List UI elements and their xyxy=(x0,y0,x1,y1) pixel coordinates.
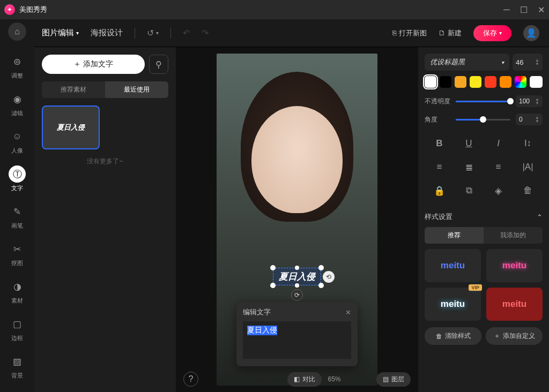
canvas-area[interactable]: 夏日入侵 ⟲ ⟳ 编辑文字 ✕ ? ◧对比 65% ▤图 xyxy=(176,47,418,392)
close-popup-button[interactable]: ✕ xyxy=(345,308,351,316)
layers-button[interactable]: ▤图层 xyxy=(376,372,411,387)
template-preview-text: 夏日入侵 xyxy=(57,123,85,132)
font-size-input[interactable]: 46▲▼ xyxy=(513,54,543,71)
color-picker[interactable] xyxy=(515,76,526,88)
chevron-down-icon: ▾ xyxy=(499,30,502,36)
chevron-down-icon: ▾ xyxy=(76,30,79,36)
color-yellow[interactable] xyxy=(470,76,481,88)
preset-style-1[interactable]: meitu xyxy=(425,249,481,282)
edit-text-input[interactable] xyxy=(243,321,351,359)
filter-button[interactable]: ⚲ xyxy=(149,55,168,74)
resize-handle-tr[interactable] xyxy=(318,265,324,270)
undo-button[interactable]: ↶ xyxy=(183,28,190,38)
color-black[interactable] xyxy=(440,76,451,88)
sidebar-item-material[interactable]: ◑素材 xyxy=(0,274,34,308)
opacity-slider[interactable] xyxy=(456,101,510,102)
opacity-value[interactable]: 100▲▼ xyxy=(516,95,543,107)
vip-badge: VIP xyxy=(469,284,482,291)
angle-slider[interactable] xyxy=(456,119,510,120)
minimize-button[interactable]: ─ xyxy=(503,6,510,13)
delete-button[interactable]: 🗑 xyxy=(513,179,543,202)
preset-style-3[interactable]: meituVIP xyxy=(425,288,481,321)
italic-button[interactable]: I xyxy=(484,132,513,155)
trash-icon: 🗑 xyxy=(523,185,532,196)
portrait-icon: ☺ xyxy=(12,131,21,142)
align-left-button[interactable]: ≡ xyxy=(425,155,454,179)
underline-button[interactable]: U xyxy=(454,132,484,155)
preset-style-2[interactable]: meitu xyxy=(486,249,543,282)
resize-handle-tl[interactable] xyxy=(270,265,276,270)
left-panel: ＋添加文字 ⚲ 推荐素材 最近使用 夏日入侵 没有更多了~ xyxy=(34,47,176,392)
edit-text-popup: 编辑文字 ✕ xyxy=(236,302,358,366)
save-button[interactable]: 保存▾ xyxy=(473,25,511,41)
zoom-level[interactable]: 65% xyxy=(328,375,341,383)
tab-poster-design[interactable]: 海报设计 xyxy=(91,28,123,38)
plus-icon: ＋ xyxy=(73,59,81,69)
resize-handle-br[interactable] xyxy=(318,283,324,288)
color-red[interactable] xyxy=(485,76,496,88)
sidebar-item-text[interactable]: Ⓣ文字 xyxy=(0,162,34,196)
lock-button[interactable]: 🔒 xyxy=(425,179,454,202)
no-more-label: 没有更多了~ xyxy=(42,157,168,166)
filter-icon: ◉ xyxy=(13,94,21,105)
font-select[interactable]: 优设标题黑▾ xyxy=(425,54,509,71)
add-custom-button[interactable]: ＋添加自定义 xyxy=(486,327,543,345)
sidebar-item-filter[interactable]: ◉滤镜 xyxy=(0,87,34,121)
color-orange2[interactable] xyxy=(500,76,511,88)
color-white[interactable] xyxy=(425,76,436,88)
history-button[interactable]: ↺▾ xyxy=(147,28,159,38)
clear-style-button[interactable]: 🗑清除样式 xyxy=(425,327,481,345)
canvas-text: 夏日入侵 xyxy=(279,270,315,283)
color-orange[interactable] xyxy=(455,76,466,88)
lock-icon: 🔒 xyxy=(434,185,445,197)
user-avatar[interactable]: 👤 xyxy=(523,25,539,41)
duplicate-button[interactable]: ⧉ xyxy=(454,179,484,202)
compare-button[interactable]: ◧对比 xyxy=(287,372,322,387)
home-icon: ⌂ xyxy=(14,27,20,36)
style-section-header[interactable]: 样式设置 ⌃ xyxy=(425,207,543,227)
rotate-handle[interactable]: ⟳ xyxy=(291,289,303,301)
sidebar-item-brush[interactable]: ✎画笔 xyxy=(0,199,34,233)
sidebar: ⌂ ⊚调整 ◉滤镜 ☺人像 Ⓣ文字 ✎画笔 ✂抠图 ◑素材 ▢边框 ▨背景 xyxy=(0,19,34,392)
sidebar-item-cutout[interactable]: ✂抠图 xyxy=(0,237,34,271)
open-new-button[interactable]: ⎘打开新图 xyxy=(392,28,427,38)
resize-handle-bl[interactable] xyxy=(270,283,276,288)
bold-button[interactable]: B xyxy=(425,132,454,155)
letter-spacing-button[interactable]: |A| xyxy=(513,155,543,179)
close-button[interactable]: ✕ xyxy=(537,6,545,13)
sidebar-item-adjust[interactable]: ⊚调整 xyxy=(0,49,34,84)
text-selection[interactable]: 夏日入侵 ⟲ ⟳ xyxy=(273,268,321,285)
tab-recent[interactable]: 最近使用 xyxy=(105,81,168,98)
user-icon: 👤 xyxy=(526,28,537,38)
new-doc-button[interactable]: 🗋新建 xyxy=(439,28,462,38)
preset-tab-mine[interactable]: 我添加的 xyxy=(484,227,543,244)
maximize-button[interactable]: ☐ xyxy=(520,6,528,13)
align-center-button[interactable]: ≣ xyxy=(454,155,484,179)
plus-icon: ＋ xyxy=(494,331,500,341)
sidebar-item-bg[interactable]: ▨背景 xyxy=(0,349,34,383)
sidebar-item-frame[interactable]: ▢边框 xyxy=(0,312,34,346)
sidebar-item-portrait[interactable]: ☺人像 xyxy=(0,124,34,159)
resize-handle-bm[interactable] xyxy=(295,283,299,288)
redo-button[interactable]: ↷ xyxy=(202,28,209,38)
tab-image-edit[interactable]: 图片编辑▾ xyxy=(42,28,79,38)
angle-value[interactable]: 0▲▼ xyxy=(516,114,543,125)
link-handle[interactable]: ⟲ xyxy=(323,271,335,283)
color-custom[interactable] xyxy=(530,76,543,88)
separator xyxy=(135,28,135,39)
preset-tab-recommend[interactable]: 推荐 xyxy=(425,227,484,244)
add-text-button[interactable]: ＋添加文字 xyxy=(42,55,145,74)
tab-recommend[interactable]: 推荐素材 xyxy=(42,81,105,98)
text-template-item[interactable]: 夏日入侵 xyxy=(42,105,100,149)
layer-order-button[interactable]: ◈ xyxy=(484,179,513,202)
frame-icon: ▢ xyxy=(13,319,21,330)
home-button[interactable]: ⌂ xyxy=(8,22,26,41)
align-right-button[interactable]: ≡ xyxy=(484,155,513,179)
resize-handle-tm[interactable] xyxy=(295,266,299,270)
help-button[interactable]: ? xyxy=(183,372,198,387)
separator xyxy=(170,28,171,39)
vertical-text-button[interactable]: I↕ xyxy=(513,132,543,155)
material-icon: ◑ xyxy=(13,281,21,292)
preset-style-4[interactable]: meitu xyxy=(486,288,543,321)
trash-icon: 🗑 xyxy=(436,333,442,340)
